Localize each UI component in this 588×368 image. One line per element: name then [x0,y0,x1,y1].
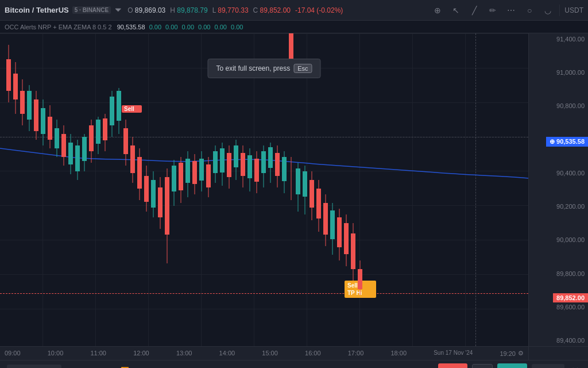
svg-rect-11 [41,108,45,134]
time-label-1920: 19:20 ⚙ [500,350,524,357]
high-price: H 89,878.79 [170,6,207,14]
fast-forward-button[interactable]: ⏩ [118,365,131,369]
svg-rect-89 [310,180,314,208]
time-label-1400: 14:00 [219,350,235,357]
price-level-91400: 91,400.00 [532,36,585,43]
fib-tool-icon[interactable]: ⋯ [504,3,518,17]
time-labels: 09:00 10:00 11:00 12:00 13:00 14:00 15:0… [5,350,528,357]
price-level-90000: 90,000.00 [532,236,585,243]
bottom-bar-left: ⊢ Select bar ▾ ▶ ⏭ 10x ⏩ [7,365,131,369]
svg-rect-31 [110,97,114,125]
svg-rect-81 [282,157,287,181]
svg-rect-83 [289,33,293,59]
svg-rect-15 [55,128,59,148]
playback-controls: ▶ ⏭ 10x ⏩ [68,365,131,369]
price-level-89600: 89,600.00 [532,304,585,310]
svg-rect-77 [268,147,273,168]
svg-rect-65 [227,153,231,177]
line-tool-icon[interactable]: ╱ [467,3,481,17]
svg-rect-3 [13,74,18,99]
svg-rect-27 [96,120,100,144]
step-forward-button[interactable]: ⏭ [86,365,98,369]
time-label-1200: 12:00 [133,350,149,357]
price-level-90400: 90,400.00 [532,170,585,177]
time-label-0900: 09:00 [5,350,21,357]
symbol-arrow-icon[interactable]: ⏷ [114,6,122,14]
svg-rect-19 [68,143,73,164]
interval-badge: 5 · BINANCE [72,6,111,14]
svg-rect-93 [323,203,328,235]
svg-rect-91 [316,189,321,218]
svg-rect-67 [234,145,238,167]
time-label-1800: 18:00 [390,350,407,357]
time-label-1300: 13:00 [176,350,192,357]
svg-rect-1 [6,59,11,91]
svg-rect-75 [261,151,266,173]
buy-button[interactable]: Buy [497,363,528,368]
svg-rect-61 [213,151,218,173]
svg-rect-9 [34,99,38,131]
time-label-1700: 17:00 [348,350,364,357]
chart-canvas[interactable]: Sell [0,33,528,346]
time-label-1000: 10:00 [48,350,64,357]
bottom-bar: ⊢ Select bar ▾ ▶ ⏭ 10x ⏩ Sell Buy Flatte… [0,360,588,368]
svg-rect-21 [75,145,80,171]
sell-tag-1: Sell [122,105,142,116]
last-price-badge: 89,852.00 [553,293,588,302]
svg-rect-79 [275,153,280,176]
price-level-90200: 90,200.00 [532,203,585,210]
svg-rect-71 [247,155,252,178]
current-price-badge[interactable]: ⊕ 90,535.58 [546,137,588,147]
price-level-90800: 90,800.00 [532,102,585,109]
flatten-button[interactable]: Flatten [532,364,564,369]
price-scale: 91,400.00 91,000.00 90,800.00 90,600.00 … [528,33,588,346]
price-level-91000: 91,000.00 [532,69,585,76]
svg-rect-45 [158,187,163,217]
select-bar-icon: ⊢ [11,366,18,369]
svg-rect-49 [172,166,176,191]
play-button[interactable]: ▶ [68,365,81,369]
close-price: C 89,852.00 [253,6,291,14]
time-label-1600: 16:00 [305,350,321,357]
svg-rect-43 [151,180,156,208]
svg-rect-23 [82,137,87,161]
svg-rect-39 [137,157,142,189]
svg-rect-37 [130,145,135,173]
close-button[interactable]: ✕ [569,364,581,368]
toolbar-right: ⊕ ↖ ╱ ✏ ⋯ ○ ◡ USDT [431,3,583,17]
svg-rect-7 [27,91,32,120]
indicator-bar: OCC Alerts NRP + EMA ZEMA 8 0.5 2 90,535… [0,21,588,33]
svg-rect-57 [199,159,204,181]
chart-area: Sell [0,33,588,346]
crosshair-icon[interactable]: ⊕ [431,3,444,17]
scale-corner [528,346,588,360]
ellipse-tool-icon[interactable]: ◡ [541,3,555,17]
esc-key: Esc [293,64,312,73]
svg-rect-53 [185,159,190,183]
quantity-input[interactable] [472,364,493,368]
svg-rect-29 [103,118,107,140]
draw-tool-icon[interactable]: ✏ [486,3,500,17]
svg-rect-47 [165,177,169,235]
currency-label: USDT [564,6,583,14]
bottom-bar-right: Sell Buy Flatten ✕ [438,363,581,368]
select-bar-button[interactable]: ⊢ Select bar ▾ [7,365,61,369]
svg-rect-59 [206,164,211,187]
esc-notification: To exit full screen, press Esc [207,59,320,78]
svg-rect-69 [241,153,245,176]
svg-rect-51 [179,163,183,190]
symbol-name: Bitcoin / TetherUS [5,6,69,14]
esc-text-before: To exit full screen, press [216,64,290,72]
svg-rect-63 [220,148,225,172]
price-info: O 89,869.03 H 89,878.79 L 89,770.33 C 89… [127,6,343,14]
sell-button[interactable]: Sell [438,363,467,368]
svg-rect-101 [351,233,355,269]
time-settings-icon[interactable]: ⚙ [518,350,524,357]
price-level-89400: 89,400.00 [532,337,585,344]
cursor-icon[interactable]: ↖ [449,3,463,17]
svg-rect-5 [20,91,25,114]
time-axis: 09:00 10:00 11:00 12:00 13:00 14:00 15:0… [0,346,528,360]
indicator-text: OCC Alerts NRP + EMA ZEMA 8 0.5 2 90,535… [5,24,243,30]
circle-tool-icon[interactable]: ○ [523,3,536,17]
svg-rect-95 [330,210,335,239]
